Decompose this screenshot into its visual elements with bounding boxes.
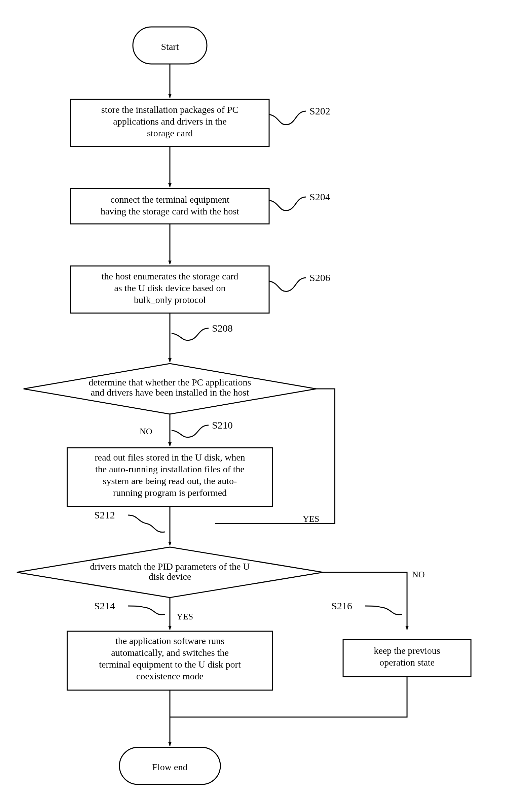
s210-callout (172, 425, 209, 437)
s202-callout (269, 111, 306, 125)
s212-callout (128, 515, 165, 532)
s210-label: S210 (212, 419, 233, 431)
flowchart: Start store the installation packages of… (0, 0, 513, 812)
svg-text:terminal equipment to the U di: terminal equipment to the U disk port (99, 659, 241, 670)
svg-text:running program is performed: running program is performed (113, 488, 227, 498)
svg-text:the host enumerates the storag: the host enumerates the storage card (101, 271, 239, 282)
s214-callout (128, 606, 165, 615)
svg-text:and drivers have been installe: and drivers have been installed in the h… (91, 387, 249, 398)
s212-yes-label: YES (177, 612, 193, 621)
end-node: Flow end (119, 747, 220, 784)
svg-text:the auto-running installation : the auto-running installation files of t… (95, 464, 245, 474)
svg-text:bulk_only protocol: bulk_only protocol (134, 295, 206, 305)
s206-node: the host enumerates the storage card as … (71, 266, 269, 313)
svg-text:store the installation package: store the installation packages of PC (101, 104, 239, 115)
start-node: Start (133, 27, 207, 64)
s208-yes-label: YES (303, 514, 319, 524)
s216-label: S216 (331, 600, 352, 611)
svg-text:applications and drivers in th: applications and drivers in the (113, 116, 227, 126)
svg-text:the application software runs: the application software runs (115, 636, 224, 646)
s214-label: S214 (94, 600, 115, 611)
s214-node: the application software runs automatica… (67, 631, 272, 690)
svg-text:disk device: disk device (149, 571, 191, 582)
s208-no-label: NO (140, 427, 152, 436)
start-text: Start (161, 41, 179, 52)
s216-callout (365, 606, 402, 615)
s212-no-label: NO (412, 570, 425, 579)
svg-text:system are being read out, the: system are being read out, the auto- (103, 476, 237, 486)
svg-text:storage card: storage card (147, 128, 193, 138)
svg-text:operation state: operation state (380, 657, 434, 668)
s210-node: read out files stored in the U disk, whe… (67, 448, 272, 507)
svg-text:keep the previous: keep the previous (374, 645, 440, 656)
s208-node: determine that whether the PC applicatio… (24, 364, 316, 414)
svg-text:connect the terminal equipment: connect the terminal equipment (110, 194, 230, 205)
svg-text:determine that whether the PC : determine that whether the PC applicatio… (89, 377, 251, 387)
s216-node: keep the previous operation state (343, 640, 471, 677)
s204-label: S204 (309, 191, 330, 202)
svg-text:coexistence mode: coexistence mode (136, 671, 204, 682)
s202-node: store the installation packages of PC ap… (71, 99, 269, 146)
end-text: Flow end (152, 762, 188, 772)
s202-label: S202 (309, 105, 330, 116)
svg-text:automatically, and switches th: automatically, and switches the (111, 647, 229, 658)
s204-callout (269, 197, 306, 211)
svg-text:read out files stored in the U: read out files stored in the U disk, whe… (94, 452, 245, 463)
s208-label: S208 (212, 322, 233, 334)
svg-text:as the U disk device based on: as the U disk device based on (114, 283, 225, 293)
svg-text:having the storage card with t: having the storage card with the host (100, 206, 239, 216)
s204-node: connect the terminal equipment having th… (71, 188, 269, 224)
s212-label: S212 (94, 509, 115, 520)
s212-node: drivers match the PID parameters of the … (17, 547, 323, 598)
s208-callout (172, 328, 209, 340)
s206-label: S206 (309, 272, 330, 283)
svg-text:drivers match the PID paramete: drivers match the PID parameters of the … (90, 561, 250, 572)
s206-callout (269, 278, 306, 292)
